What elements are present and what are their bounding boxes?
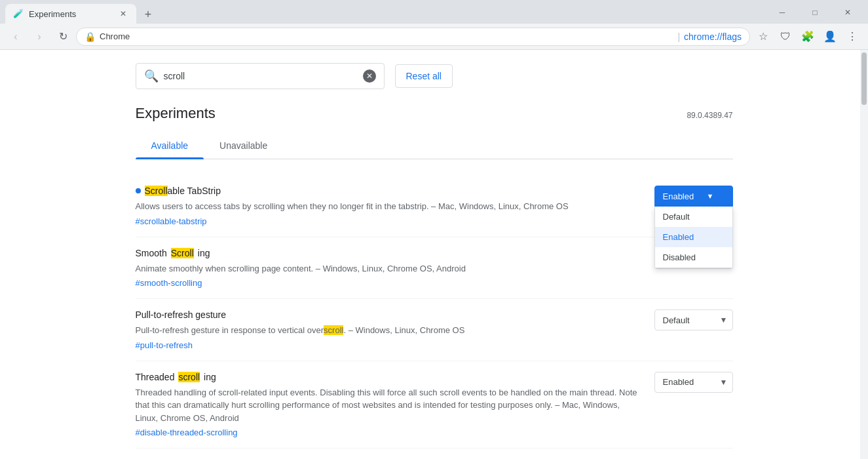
flag-header: Scrollable TabStrip Allows users to acce… [136,186,733,226]
forward-icon: › [37,31,41,43]
dropdown-option-disabled[interactable]: Disabled [655,247,732,268]
more-button[interactable]: ⋮ [842,26,863,47]
address-prefix: Chrome [100,31,673,41]
lock-icon: 🔒 [85,31,96,42]
main-content: 🔍 ✕ Reset all Experiments 89.0.4389.47 A… [0,50,868,459]
flag-description: Animate smoothly when scrolling page con… [136,262,639,275]
dropdown-container: Enabled ▼ Default Enabled Disabled [654,186,733,207]
more-icon: ⋮ [847,30,858,43]
dropdown-wrapper: Default Enabled Disabled ▼ [654,372,733,393]
active-dot [136,188,141,193]
flag-description: Allows users to access tabs by scrolling… [136,200,639,213]
flag-info: Pull-to-refresh gesture Pull-to-refresh … [136,309,639,350]
tab-unavailable[interactable]: Unavailable [204,132,283,159]
scrollbar-track[interactable] [860,50,868,459]
flag-info: Smooth Scrolling Animate smoothly when s… [136,248,639,289]
dropdown-option-default[interactable]: Default [655,207,732,227]
reset-all-button[interactable]: Reset all [395,64,453,88]
flag-description: Threaded handling of scroll-related inpu… [136,386,639,425]
flag-name: Threaded scrolling [136,372,639,382]
flag-scrollable-tabstrip: Scrollable TabStrip Allows users to acce… [136,175,733,237]
dropdown-option-enabled[interactable]: Enabled [655,227,732,247]
profile-button[interactable]: 👤 [820,26,840,47]
dropdown-arrow-icon: ▼ [707,192,714,200]
minimize-button[interactable]: ─ [767,4,797,21]
dropdown-wrapper: Default Enabled Disabled ▼ [654,309,733,330]
address-url: chrome://flags [684,31,742,42]
tabs-container: Available Unavailable [136,132,733,159]
puzzle-icon: 🧩 [801,30,814,43]
flag-description: Pull-to-refresh gesture in response to v… [136,324,639,337]
search-input[interactable] [164,71,358,81]
flag-scrollable-tabstrip-buttons: Scrollable TabStrip Buttons When the scr… [136,449,733,459]
tab-unavailable-label: Unavailable [219,140,267,151]
pull-to-refresh-dropdown[interactable]: Default Enabled Disabled [654,309,733,330]
scrollbar-thumb[interactable] [861,52,867,105]
navigation-bar: ‹ › ↻ 🔒 Chrome | chrome://flags ☆ 🛡 🧩 👤 [0,24,868,50]
experiments-page: 🔍 ✕ Reset all Experiments 89.0.4389.47 A… [120,50,749,459]
flag-control: Default Enabled Disabled ▼ [654,309,733,330]
flag-info: Scrollable TabStrip Allows users to acce… [136,186,639,226]
title-bar: 🧪 Experiments ✕ + ─ □ ✕ [0,0,868,24]
tab-title: Experiments [29,9,113,19]
search-clear-button[interactable]: ✕ [363,70,376,83]
page-title: Experiments [136,105,216,122]
flag-control: Default Enabled Disabled ▼ [654,372,733,393]
profile-icon: 👤 [823,30,837,43]
flag-pull-to-refresh: Pull-to-refresh gesture Pull-to-refresh … [136,299,733,361]
flag-name: Smooth Scrolling [136,248,639,258]
page-header: Experiments 89.0.4389.47 [136,105,733,122]
forward-button[interactable]: › [29,26,50,47]
restore-button[interactable]: □ [800,4,830,21]
close-button[interactable]: ✕ [833,4,863,21]
flag-name: Scrollable TabStrip [136,186,639,196]
dropdown-button[interactable]: Enabled ▼ [654,186,733,207]
back-icon: ‹ [14,31,17,43]
address-separator: | [677,31,680,42]
flag-smooth-scrolling: Smooth Scrolling Animate smoothly when s… [136,237,733,300]
extensions-button[interactable]: 🧩 [797,26,818,47]
active-tab[interactable]: 🧪 Experiments ✕ [5,4,136,24]
flag-header: Smooth Scrolling Animate smoothly when s… [136,248,733,289]
flag-link[interactable]: #pull-to-refresh [136,340,193,350]
flag-header: Pull-to-refresh gesture Pull-to-refresh … [136,309,733,350]
reload-icon: ↻ [59,30,67,43]
search-box[interactable]: 🔍 ✕ [136,63,385,89]
search-icon: 🔍 [144,69,159,83]
shield-icon: 🛡 [780,31,791,43]
dropdown-menu: Default Enabled Disabled [654,207,733,268]
window-controls: ─ □ ✕ [767,4,863,21]
version-text: 89.0.4389.47 [687,111,732,120]
address-bar[interactable]: 🔒 Chrome | chrome://flags [76,28,750,46]
bookmark-icon: ☆ [759,30,768,43]
flag-name-highlight: Scrollable TabStrip [145,186,221,196]
new-tab-button[interactable]: + [139,5,157,24]
search-container: 🔍 ✕ Reset all [136,63,733,89]
tab-available-label: Available [151,140,189,151]
flag-info: Threaded scrolling Threaded handling of … [136,372,639,438]
dropdown-value: Enabled [663,191,694,201]
extension-button-1[interactable]: 🛡 [775,26,796,47]
back-button[interactable]: ‹ [5,26,26,47]
flag-link[interactable]: #scrollable-tabstrip [136,216,207,226]
flag-threaded-scrolling: Threaded scrolling Threaded handling of … [136,361,733,449]
tab-close-button[interactable]: ✕ [118,9,128,19]
flag-name: Pull-to-refresh gesture [136,309,639,320]
bookmark-button[interactable]: ☆ [753,26,774,47]
threaded-scrolling-dropdown[interactable]: Default Enabled Disabled [654,372,733,393]
flag-link[interactable]: #disable-threaded-scrolling [136,428,238,437]
flag-header: Threaded scrolling Threaded handling of … [136,372,733,438]
flag-control: Enabled ▼ Default Enabled Disabled [654,186,733,207]
reload-button[interactable]: ↻ [52,26,73,47]
tab-available[interactable]: Available [136,132,204,159]
flag-link[interactable]: #smooth-scrolling [136,278,202,288]
tab-favicon: 🧪 [13,9,24,19]
toolbar-icons: ☆ 🛡 🧩 👤 ⋮ [753,26,863,47]
